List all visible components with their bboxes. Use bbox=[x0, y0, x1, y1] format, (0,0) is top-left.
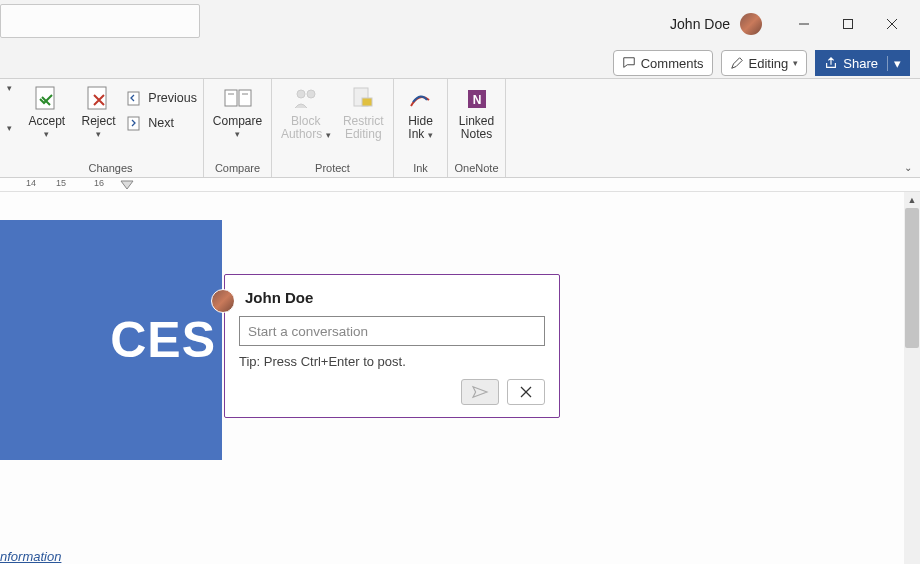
scroll-thumb[interactable] bbox=[905, 208, 919, 348]
comments-button[interactable]: Comments bbox=[613, 50, 713, 76]
svg-rect-7 bbox=[128, 117, 139, 130]
chevron-down-icon: ▾ bbox=[96, 129, 101, 139]
dropdown-2[interactable]: ▾ bbox=[7, 123, 12, 133]
scroll-up-button[interactable]: ▲ bbox=[904, 192, 920, 208]
previous-label: Previous bbox=[148, 91, 197, 105]
linked-notes-button[interactable]: N LinkedNotes bbox=[454, 83, 499, 141]
ruler-indent-marker[interactable] bbox=[120, 180, 134, 190]
group-protect: BlockAuthors ▾ RestrictEditing Protect bbox=[272, 79, 394, 177]
share-label: Share bbox=[843, 56, 878, 71]
svg-rect-15 bbox=[362, 98, 372, 106]
ruler-tick: 14 bbox=[26, 178, 36, 192]
protect-group-label: Protect bbox=[278, 160, 387, 177]
ribbon-leading-dropdowns: ▾ ▾ bbox=[0, 79, 18, 177]
close-window-button[interactable] bbox=[872, 8, 912, 40]
comment-author-avatar bbox=[211, 289, 235, 313]
close-icon bbox=[520, 386, 532, 398]
user-avatar[interactable] bbox=[740, 13, 762, 35]
minimize-button[interactable] bbox=[784, 8, 824, 40]
document-heading-text: CES bbox=[110, 311, 216, 369]
reject-button[interactable]: Reject ▾ bbox=[76, 83, 122, 139]
svg-point-12 bbox=[297, 90, 305, 98]
comment-icon bbox=[622, 56, 636, 70]
comment-author-name: John Doe bbox=[245, 289, 545, 306]
new-comment-popup: John Doe Tip: Press Ctrl+Enter to post. bbox=[224, 274, 560, 418]
restrict-editing-icon bbox=[347, 85, 379, 113]
editing-mode-button[interactable]: Editing ▾ bbox=[721, 50, 808, 76]
compare-label: Compare bbox=[213, 115, 262, 128]
accept-icon bbox=[31, 85, 63, 113]
compare-button[interactable]: Compare ▾ bbox=[213, 83, 263, 139]
send-icon bbox=[471, 385, 489, 399]
reject-label: Reject bbox=[82, 115, 116, 128]
group-ink: HideInk ▾ Ink bbox=[394, 79, 448, 177]
ruler-tick: 15 bbox=[56, 178, 66, 192]
restrict-editing-button: RestrictEditing bbox=[339, 83, 387, 141]
post-comment-button[interactable] bbox=[461, 379, 499, 405]
maximize-button[interactable] bbox=[828, 8, 868, 40]
compare-icon bbox=[222, 85, 254, 113]
accept-label: Accept bbox=[28, 115, 65, 128]
reject-icon bbox=[83, 85, 115, 113]
svg-rect-1 bbox=[844, 20, 853, 29]
previous-icon bbox=[127, 90, 143, 106]
share-icon bbox=[824, 56, 838, 70]
share-chevron[interactable]: ▾ bbox=[887, 56, 901, 71]
group-compare: Compare ▾ Compare bbox=[204, 79, 272, 177]
changes-group-label: Changes bbox=[24, 160, 197, 177]
onenote-group-label: OneNote bbox=[454, 160, 499, 177]
compare-group-label: Compare bbox=[210, 160, 265, 177]
document-heading-block: CES bbox=[0, 220, 222, 460]
group-changes: Accept ▾ Reject ▾ Previous Next Changes bbox=[18, 79, 204, 177]
horizontal-ruler[interactable]: 14 15 16 bbox=[0, 178, 920, 192]
comment-input[interactable] bbox=[239, 316, 545, 346]
svg-rect-9 bbox=[239, 90, 251, 106]
vertical-scrollbar[interactable]: ▲ bbox=[904, 192, 920, 564]
title-bar: John Doe bbox=[0, 0, 920, 48]
ruler-tick: 16 bbox=[94, 178, 104, 192]
block-authors-button: BlockAuthors ▾ bbox=[278, 83, 333, 141]
svg-rect-6 bbox=[128, 92, 139, 105]
next-change-button[interactable]: Next bbox=[127, 112, 197, 134]
previous-change-button[interactable]: Previous bbox=[127, 87, 197, 109]
cancel-comment-button[interactable] bbox=[507, 379, 545, 405]
collapse-ribbon-button[interactable]: ⌄ bbox=[904, 162, 912, 173]
onenote-icon: N bbox=[461, 85, 493, 113]
editing-label: Editing bbox=[749, 56, 789, 71]
share-button[interactable]: Share ▾ bbox=[815, 50, 910, 76]
svg-rect-8 bbox=[225, 90, 237, 106]
svg-rect-4 bbox=[36, 87, 54, 109]
next-label: Next bbox=[148, 116, 174, 130]
hide-ink-button[interactable]: HideInk ▾ bbox=[400, 83, 441, 141]
accept-button[interactable]: Accept ▾ bbox=[24, 83, 70, 139]
chevron-down-icon: ▾ bbox=[793, 58, 798, 68]
dropdown-1[interactable]: ▾ bbox=[7, 83, 12, 93]
document-footer-link[interactable]: nformation bbox=[0, 549, 61, 564]
user-name: John Doe bbox=[670, 16, 730, 32]
comments-label: Comments bbox=[641, 56, 704, 71]
block-authors-icon bbox=[290, 85, 322, 113]
search-box[interactable] bbox=[0, 4, 200, 38]
chevron-down-icon: ▾ bbox=[44, 129, 49, 139]
next-icon bbox=[127, 115, 143, 131]
group-onenote: N LinkedNotes OneNote bbox=[448, 79, 506, 177]
svg-text:N: N bbox=[472, 93, 481, 107]
ribbon: ▾ ▾ Accept ▾ Reject ▾ Previous bbox=[0, 78, 920, 178]
comment-tip: Tip: Press Ctrl+Enter to post. bbox=[239, 354, 545, 369]
ink-group-label: Ink bbox=[400, 160, 441, 177]
svg-point-13 bbox=[307, 90, 315, 98]
chevron-down-icon: ▾ bbox=[235, 129, 240, 139]
document-actions: Comments Editing ▾ Share ▾ bbox=[0, 48, 920, 78]
hide-ink-icon bbox=[405, 85, 437, 113]
pencil-icon bbox=[730, 56, 744, 70]
